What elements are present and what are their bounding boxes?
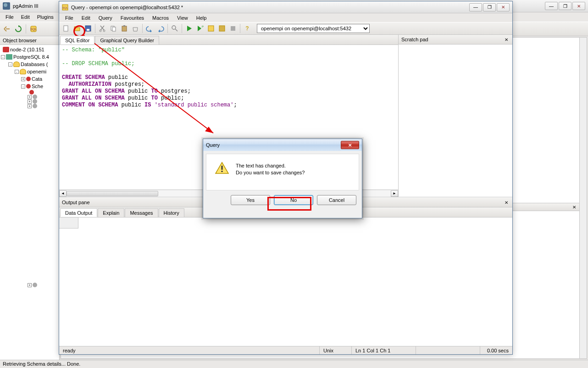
scratch-pad-header: Scratch pad ✕ [399,35,512,45]
scroll-left-button[interactable]: ◄ [59,190,67,197]
svg-rect-16 [219,26,225,31]
new-file-button[interactable] [61,23,71,33]
tree-row-generic[interactable]: + [1,283,58,287]
node-icon [33,283,37,287]
dialog-button-row: Yes No Cancel [203,190,362,210]
tree-row-generic[interactable]: + [1,95,58,99]
connection-select[interactable]: openempi on openempi@localhost:5432 [257,24,370,33]
main-menu-plugins[interactable]: Plugins [33,13,57,21]
svg-rect-10 [112,27,116,31]
tree-row-generic[interactable]: + [1,104,58,108]
main-minimize-button[interactable]: — [545,2,558,10]
status-position: Ln 1 Col 1 Ch 1 [352,346,416,354]
toolbar-connect-button[interactable] [2,24,12,34]
tree-row-postgres[interactable]: -PostgreSQL 8.4 [1,53,58,61]
query-menu-edit[interactable]: Edit [78,14,94,22]
dialog-titlebar[interactable]: Query ✕ [203,139,362,151]
scratch-pad-close-button[interactable]: ✕ [503,36,510,43]
expand-icon[interactable]: + [21,77,25,81]
panel-close-button[interactable]: ✕ [571,204,577,210]
tree-row-schema-child[interactable] [1,90,58,95]
query-close-button[interactable]: ✕ [497,3,510,11]
scrollbar-thumb[interactable] [67,191,158,196]
expand-icon[interactable]: + [28,100,32,104]
paste-button[interactable] [119,23,129,33]
undo-button[interactable] [144,23,155,33]
collapse-icon[interactable]: - [8,62,12,67]
dialog-cancel-button[interactable]: Cancel [317,195,356,205]
expand-icon[interactable]: + [28,283,32,287]
dialog-close-button[interactable]: ✕ [341,141,359,149]
database-icon [20,69,26,74]
execute-pgscript-button[interactable]: P [195,23,205,33]
collapse-icon[interactable]: - [1,55,5,59]
tree-row-catalogs[interactable]: +Cata [1,75,58,83]
cancel-query-button[interactable] [228,23,238,33]
scroll-right-button[interactable]: ► [391,190,398,197]
query-menu-favourites[interactable]: Favourites [116,14,148,22]
tab-history[interactable]: History [159,208,184,217]
tab-messages[interactable]: Messages [125,208,158,217]
query-maximize-button[interactable]: ❐ [483,3,496,11]
query-minimize-button[interactable]: — [469,3,482,11]
redo-button[interactable] [155,23,166,33]
object-browser-header: Object browser [0,36,59,45]
expand-icon[interactable]: + [28,95,32,99]
output-pane-close-button[interactable]: ✕ [503,199,510,206]
cut-button[interactable] [97,23,107,33]
schema-icon [26,84,31,89]
dialog-message-line2: Do you want to save changes? [236,169,305,176]
database-icon [13,61,20,67]
help-button[interactable]: ? [242,23,252,33]
tree-row-databases[interactable]: -Databases ( [1,61,58,68]
query-menu-help[interactable]: Help [192,14,211,22]
tree-row-node2[interactable]: node-2 (10.151 [1,46,58,53]
tree-row-openempi[interactable]: -openemi [1,68,58,75]
save-file-button[interactable] [83,23,93,33]
dialog-yes-button[interactable]: Yes [231,195,270,205]
output-body [59,217,512,346]
status-ready: ready [59,346,320,354]
scrollbar[interactable] [579,38,587,358]
tree-row-generic[interactable]: + [1,99,58,104]
tree-row-schemas[interactable]: -Sche [1,83,58,90]
main-menu-edit[interactable]: Edit [17,13,33,21]
toolbar-sql-button[interactable]: SQL [28,24,39,34]
clear-button[interactable] [130,23,140,33]
scratch-pad-title: Scratch pad [401,37,503,42]
toolbar-refresh-button[interactable] [13,24,23,34]
tab-graphical-query-builder[interactable]: Graphical Query Builder [95,36,159,45]
query-statusbar: ready Unix Ln 1 Col 1 Ch 1 0.00 secs [59,346,512,354]
svg-rect-20 [222,171,223,172]
query-menu-macros[interactable]: Macros [148,14,173,22]
collapse-icon[interactable]: - [21,84,25,89]
explain-analyze-button[interactable] [217,23,227,33]
main-menu-file[interactable]: File [2,13,17,21]
tab-data-output[interactable]: Data Output [60,208,97,217]
tab-explain[interactable]: Explain [98,208,124,217]
collapse-icon[interactable]: - [15,70,19,74]
explain-button[interactable] [206,23,216,33]
find-button[interactable] [170,23,180,33]
query-window-icon: SQL [62,4,68,11]
server-icon [3,47,9,52]
query-titlebar[interactable]: SQL Query - openempi on openempi@localho… [59,1,512,13]
copy-button[interactable] [108,23,118,33]
execute-button[interactable] [184,23,194,33]
svg-rect-19 [222,166,223,170]
editor-tabstrip: SQL Editor Graphical Query Builder [59,35,398,45]
main-close-button[interactable]: ✕ [572,2,585,10]
expand-icon[interactable]: + [28,104,32,108]
query-menu-query[interactable]: Query [94,14,116,22]
output-pane: Output pane ✕ Data Output Explain Messag… [59,197,512,346]
main-maximize-button[interactable]: ❐ [559,2,571,10]
open-file-button[interactable] [72,23,82,33]
tab-sql-editor[interactable]: SQL Editor [60,36,94,45]
svg-rect-11 [122,26,127,31]
object-tree[interactable]: node-2 (10.151 -PostgreSQL 8.4 -Database… [0,45,59,360]
dialog-no-button[interactable]: No [274,195,313,205]
query-menu-file[interactable]: File [61,14,78,22]
query-menu-view[interactable]: View [173,14,192,22]
scratch-pad-body[interactable] [399,45,512,197]
warning-icon [215,162,229,174]
